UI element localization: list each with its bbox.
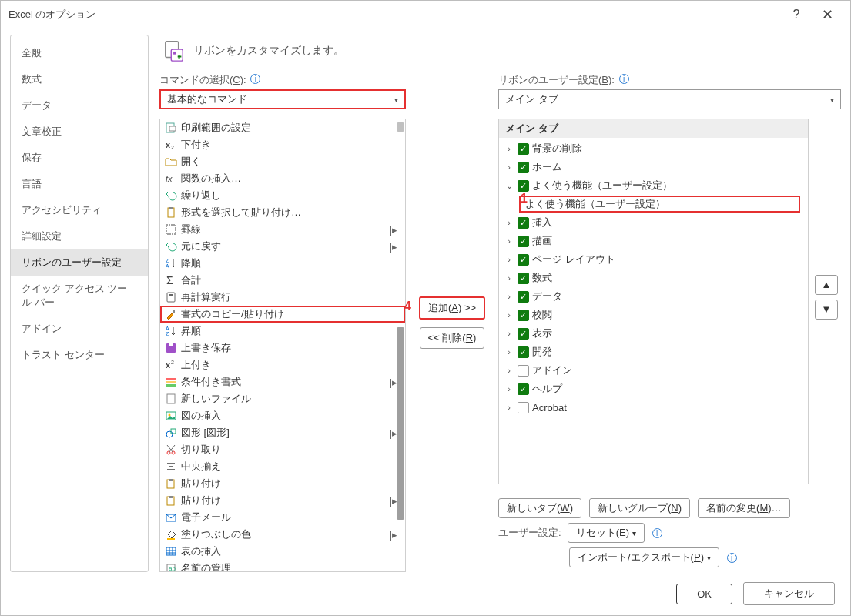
command-item[interactable]: 貼り付け|▸ xyxy=(160,492,405,509)
info-icon[interactable]: i xyxy=(619,74,629,84)
command-item[interactable]: 再計算実行 xyxy=(160,289,405,306)
checkbox[interactable]: ✓ xyxy=(518,143,529,155)
ribbon-tree-tab[interactable]: ⌄✓よく使う機能（ユーザー設定） xyxy=(499,176,808,195)
command-item[interactable]: 貼り付け xyxy=(160,475,405,492)
checkbox[interactable] xyxy=(518,402,529,413)
sidebar-item[interactable]: 全般 xyxy=(11,40,148,66)
info-icon[interactable]: i xyxy=(250,74,260,84)
checkbox[interactable]: ✓ xyxy=(518,217,529,229)
command-item[interactable]: 繰り返し xyxy=(160,187,405,204)
command-item[interactable]: 切り取り xyxy=(160,441,405,458)
command-item[interactable]: 塗りつぶしの色|▸ xyxy=(160,526,405,543)
reset-button[interactable]: リセット(E) ▾ xyxy=(568,523,645,543)
ribbon-tree-tab[interactable]: ›✓データ xyxy=(499,287,808,306)
command-item[interactable]: 中央揃え xyxy=(160,458,405,475)
checkbox[interactable]: ✓ xyxy=(518,328,529,340)
help-button[interactable]: ? xyxy=(781,8,812,22)
command-item[interactable]: 表の挿入 xyxy=(160,543,405,560)
ribbon-tree-tab[interactable]: ›✓背景の削除 xyxy=(499,139,808,158)
chevron-right-icon[interactable]: › xyxy=(504,144,514,153)
ribbon-tree-tab[interactable]: ›✓ホーム xyxy=(499,158,808,176)
sidebar-item[interactable]: 詳細設定 xyxy=(11,223,148,249)
new-tab-button[interactable]: 新しいタブ(W) xyxy=(498,498,581,518)
add-button[interactable]: 追加(A) >> xyxy=(419,296,485,320)
ok-button[interactable]: OK xyxy=(676,584,732,604)
ribbon-tree[interactable]: メイン タブ ›✓背景の削除›✓ホーム⌄✓よく使う機能（ユーザー設定）よく使う機… xyxy=(498,119,809,484)
remove-button[interactable]: << 削除(R) xyxy=(420,327,485,349)
checkbox[interactable]: ✓ xyxy=(518,310,529,321)
sidebar-item[interactable]: リボンのユーザー設定 xyxy=(11,249,148,276)
command-item[interactable]: 書式のコピー/貼り付け xyxy=(160,306,405,323)
sidebar-item[interactable]: アクセシビリティ xyxy=(11,197,148,223)
info-icon[interactable]: i xyxy=(727,553,737,563)
sidebar-item[interactable]: アドイン xyxy=(11,316,148,342)
chevron-right-icon[interactable]: › xyxy=(504,347,514,357)
scrollbar-track[interactable] xyxy=(397,327,404,520)
ribbon-tree-tab[interactable]: ›✓描画 xyxy=(499,232,808,250)
chevron-right-icon[interactable]: › xyxy=(504,255,514,264)
close-button[interactable]: ✕ xyxy=(812,6,843,23)
chevron-right-icon[interactable]: › xyxy=(504,403,514,412)
sidebar-item[interactable]: トラスト センター xyxy=(11,342,148,368)
command-item[interactable]: Σ合計 xyxy=(160,272,405,289)
ribbon-tree-tab[interactable]: ›✓校閲 xyxy=(499,306,808,324)
command-item[interactable]: x2下付き xyxy=(160,136,405,153)
scrollbar-thumb[interactable] xyxy=(397,122,404,132)
ribbon-tree-group[interactable]: よく使う機能（ユーザー設定） xyxy=(499,195,808,213)
chevron-right-icon[interactable]: › xyxy=(504,236,514,246)
chevron-right-icon[interactable]: › xyxy=(504,292,514,301)
command-item[interactable]: 条件付き書式|▸ xyxy=(160,373,405,390)
ribbon-tree-tab[interactable]: ›✓ページ レイアウト xyxy=(499,250,808,269)
import-export-button[interactable]: インポート/エクスポート(P) ▾ xyxy=(569,547,719,567)
chevron-right-icon[interactable]: › xyxy=(504,329,514,338)
chevron-down-icon[interactable]: ⌄ xyxy=(504,181,514,191)
ribbon-tree-tab[interactable]: ›✓表示 xyxy=(499,324,808,343)
checkbox[interactable]: ✓ xyxy=(518,254,529,266)
move-up-button[interactable]: ▲ xyxy=(815,275,838,295)
checkbox[interactable]: ✓ xyxy=(518,346,529,358)
move-down-button[interactable]: ▼ xyxy=(815,300,838,320)
sidebar-item[interactable]: 文章校正 xyxy=(11,119,148,145)
chevron-right-icon[interactable]: › xyxy=(504,384,514,393)
checkbox[interactable]: ✓ xyxy=(518,162,529,173)
info-icon[interactable]: i xyxy=(652,528,662,538)
sidebar-item[interactable]: データ xyxy=(11,92,148,119)
ribbon-tree-tab[interactable]: ›Acrobat xyxy=(499,398,808,417)
command-item[interactable]: ZA降順 xyxy=(160,255,405,272)
command-item[interactable]: 新しいファイル xyxy=(160,390,405,407)
sidebar-item[interactable]: クイック アクセス ツール バー xyxy=(11,276,148,316)
command-item[interactable]: AZ昇順 xyxy=(160,323,405,340)
checkbox[interactable]: ✓ xyxy=(518,180,529,192)
command-item[interactable]: 形式を選択して貼り付け… xyxy=(160,204,405,221)
sidebar-item[interactable]: 言語 xyxy=(11,171,148,197)
sidebar-item[interactable]: 保存 xyxy=(11,145,148,171)
checkbox[interactable]: ✓ xyxy=(518,383,529,395)
checkbox[interactable]: ✓ xyxy=(518,273,529,284)
command-item[interactable]: 元に戻す|▸ xyxy=(160,238,405,255)
command-item[interactable]: 罫線|▸ xyxy=(160,221,405,238)
command-item[interactable]: 上書き保存 xyxy=(160,340,405,357)
chevron-right-icon[interactable]: › xyxy=(504,218,514,227)
cancel-button[interactable]: キャンセル xyxy=(743,582,835,605)
chevron-right-icon[interactable]: › xyxy=(504,366,514,375)
ribbon-tree-tab[interactable]: ›✓開発 xyxy=(499,343,808,361)
ribbon-tree-tab[interactable]: ›✓ヘルプ xyxy=(499,380,808,398)
command-item[interactable]: ab名前の管理 xyxy=(160,560,405,571)
chevron-right-icon[interactable]: › xyxy=(504,273,514,283)
command-item[interactable]: 電子メール xyxy=(160,509,405,526)
command-item[interactable]: 図の挿入 xyxy=(160,407,405,424)
ribbon-tree-tab[interactable]: ›✓数式 xyxy=(499,269,808,287)
command-item[interactable]: 開く xyxy=(160,153,405,170)
ribbon-tree-tab[interactable]: ›✓挿入 xyxy=(499,213,808,232)
choose-commands-combo[interactable]: 基本的なコマンド ▾ xyxy=(159,89,406,109)
checkbox[interactable]: ✓ xyxy=(518,236,529,247)
rename-button[interactable]: 名前の変更(M)… xyxy=(698,498,790,518)
checkbox[interactable] xyxy=(518,365,529,377)
command-item[interactable]: 印刷範囲の設定 xyxy=(160,119,405,136)
new-group-button[interactable]: 新しいグループ(N) xyxy=(589,498,690,518)
chevron-right-icon[interactable]: › xyxy=(504,162,514,172)
customize-ribbon-combo[interactable]: メイン タブ ▾ xyxy=(498,89,841,109)
command-item[interactable]: 図形 [図形]|▸ xyxy=(160,424,405,441)
command-item[interactable]: x2上付き xyxy=(160,357,405,373)
ribbon-tree-tab[interactable]: ›アドイン xyxy=(499,361,808,380)
